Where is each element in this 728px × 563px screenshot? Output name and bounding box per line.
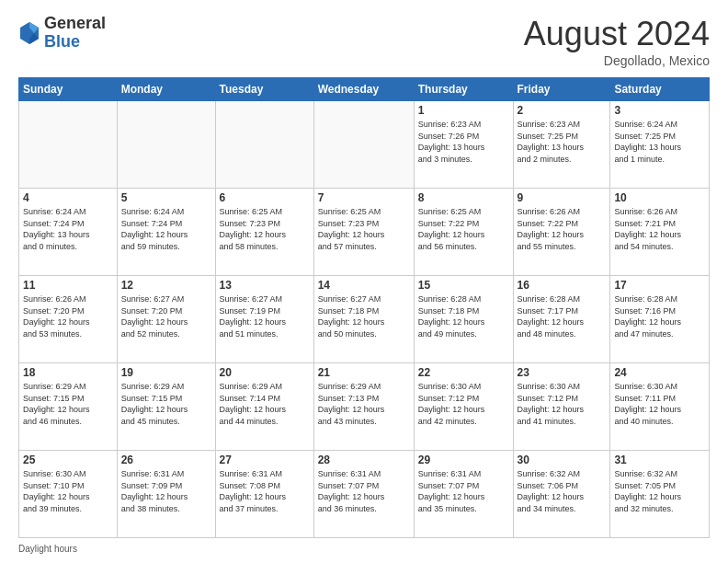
calendar-cell-w1-d7: 3Sunrise: 6:24 AM Sunset: 7:25 PM Daylig… [610, 101, 710, 189]
day-info: Sunrise: 6:26 AM Sunset: 7:20 PM Dayligh… [23, 293, 113, 339]
logo-icon [18, 20, 40, 46]
day-info: Sunrise: 6:23 AM Sunset: 7:25 PM Dayligh… [518, 119, 607, 165]
day-number: 18 [23, 366, 113, 379]
calendar-cell-w3-d5: 15Sunrise: 6:28 AM Sunset: 7:18 PM Dayli… [414, 276, 513, 363]
day-info: Sunrise: 6:27 AM Sunset: 7:19 PM Dayligh… [220, 293, 310, 339]
day-info: Sunrise: 6:29 AM Sunset: 7:15 PM Dayligh… [121, 381, 211, 427]
day-number: 11 [23, 279, 113, 292]
col-tuesday: Tuesday [215, 78, 313, 101]
calendar-cell-w3-d4: 14Sunrise: 6:27 AM Sunset: 7:18 PM Dayli… [313, 276, 414, 363]
header: General Blue August 2024 Degollado, Mexi… [18, 15, 710, 68]
calendar-cell-w5-d3: 27Sunrise: 6:31 AM Sunset: 7:08 PM Dayli… [215, 451, 313, 538]
day-info: Sunrise: 6:30 AM Sunset: 7:12 PM Dayligh… [518, 381, 607, 427]
day-number: 30 [518, 454, 607, 466]
calendar-cell-w5-d5: 29Sunrise: 6:31 AM Sunset: 7:07 PM Dayli… [414, 451, 513, 538]
day-info: Sunrise: 6:30 AM Sunset: 7:10 PM Dayligh… [23, 468, 113, 514]
daylight-hours-label: Daylight hours [18, 544, 77, 554]
week-row-1: 1Sunrise: 6:23 AM Sunset: 7:26 PM Daylig… [19, 101, 710, 189]
col-sunday: Sunday [19, 78, 118, 101]
day-info: Sunrise: 6:25 AM Sunset: 7:23 PM Dayligh… [220, 206, 310, 252]
col-monday: Monday [117, 78, 215, 101]
calendar-cell-w3-d2: 12Sunrise: 6:27 AM Sunset: 7:20 PM Dayli… [117, 276, 215, 363]
day-info: Sunrise: 6:31 AM Sunset: 7:07 PM Dayligh… [318, 468, 410, 514]
calendar-cell-w3-d7: 17Sunrise: 6:28 AM Sunset: 7:16 PM Dayli… [610, 276, 710, 363]
day-number: 1 [418, 104, 509, 117]
day-number: 31 [614, 454, 705, 466]
day-number: 3 [614, 104, 705, 117]
day-info: Sunrise: 6:25 AM Sunset: 7:23 PM Dayligh… [318, 206, 410, 252]
day-info: Sunrise: 6:29 AM Sunset: 7:13 PM Dayligh… [318, 381, 410, 427]
day-info: Sunrise: 6:28 AM Sunset: 7:16 PM Dayligh… [614, 293, 705, 339]
day-number: 23 [518, 366, 607, 379]
col-saturday: Saturday [610, 78, 710, 101]
calendar-cell-w1-d6: 2Sunrise: 6:23 AM Sunset: 7:25 PM Daylig… [513, 101, 610, 189]
day-number: 14 [318, 279, 410, 292]
day-number: 6 [220, 191, 310, 204]
logo-blue: Blue [44, 33, 106, 52]
day-info: Sunrise: 6:32 AM Sunset: 7:06 PM Dayligh… [518, 468, 607, 514]
calendar-cell-w1-d2 [117, 101, 215, 189]
week-row-2: 4Sunrise: 6:24 AM Sunset: 7:24 PM Daylig… [19, 189, 710, 276]
day-info: Sunrise: 6:31 AM Sunset: 7:09 PM Dayligh… [121, 468, 211, 514]
calendar-cell-w5-d6: 30Sunrise: 6:32 AM Sunset: 7:06 PM Dayli… [513, 451, 610, 538]
week-row-5: 25Sunrise: 6:30 AM Sunset: 7:10 PM Dayli… [19, 451, 710, 538]
day-info: Sunrise: 6:32 AM Sunset: 7:05 PM Dayligh… [614, 468, 705, 514]
col-thursday: Thursday [414, 78, 513, 101]
day-number: 8 [418, 191, 509, 204]
day-number: 22 [418, 366, 509, 379]
calendar-table: Sunday Monday Tuesday Wednesday Thursday… [18, 77, 710, 538]
calendar-cell-w3-d6: 16Sunrise: 6:28 AM Sunset: 7:17 PM Dayli… [513, 276, 610, 363]
week-row-4: 18Sunrise: 6:29 AM Sunset: 7:15 PM Dayli… [19, 363, 710, 451]
day-info: Sunrise: 6:29 AM Sunset: 7:14 PM Dayligh… [220, 381, 310, 427]
calendar-cell-w2-d1: 4Sunrise: 6:24 AM Sunset: 7:24 PM Daylig… [19, 189, 118, 276]
day-info: Sunrise: 6:28 AM Sunset: 7:18 PM Dayligh… [418, 293, 509, 339]
calendar-cell-w2-d5: 8Sunrise: 6:25 AM Sunset: 7:22 PM Daylig… [414, 189, 513, 276]
day-number: 24 [614, 366, 705, 379]
calendar-cell-w1-d1 [19, 101, 118, 189]
day-info: Sunrise: 6:29 AM Sunset: 7:15 PM Dayligh… [23, 381, 113, 427]
calendar-cell-w5-d7: 31Sunrise: 6:32 AM Sunset: 7:05 PM Dayli… [610, 451, 710, 538]
day-info: Sunrise: 6:26 AM Sunset: 7:22 PM Dayligh… [518, 206, 607, 252]
day-number: 7 [318, 191, 410, 204]
calendar-cell-w1-d3 [215, 101, 313, 189]
calendar-cell-w2-d6: 9Sunrise: 6:26 AM Sunset: 7:22 PM Daylig… [513, 189, 610, 276]
calendar-cell-w4-d6: 23Sunrise: 6:30 AM Sunset: 7:12 PM Dayli… [513, 363, 610, 451]
calendar-cell-w1-d4 [313, 101, 414, 189]
day-number: 27 [220, 454, 310, 466]
header-row: Sunday Monday Tuesday Wednesday Thursday… [19, 78, 710, 101]
day-info: Sunrise: 6:28 AM Sunset: 7:17 PM Dayligh… [518, 293, 607, 339]
day-number: 13 [220, 279, 310, 292]
day-number: 5 [121, 191, 211, 204]
day-number: 25 [23, 454, 113, 466]
day-number: 9 [518, 191, 607, 204]
logo-general: General [44, 15, 106, 33]
day-number: 21 [318, 366, 410, 379]
calendar-cell-w5-d4: 28Sunrise: 6:31 AM Sunset: 7:07 PM Dayli… [313, 451, 414, 538]
logo-text: General Blue [44, 15, 106, 52]
logo: General Blue [18, 15, 106, 52]
calendar-cell-w3-d3: 13Sunrise: 6:27 AM Sunset: 7:19 PM Dayli… [215, 276, 313, 363]
week-row-3: 11Sunrise: 6:26 AM Sunset: 7:20 PM Dayli… [19, 276, 710, 363]
calendar-cell-w5-d1: 25Sunrise: 6:30 AM Sunset: 7:10 PM Dayli… [19, 451, 118, 538]
day-info: Sunrise: 6:24 AM Sunset: 7:24 PM Dayligh… [23, 206, 113, 252]
calendar-cell-w2-d2: 5Sunrise: 6:24 AM Sunset: 7:24 PM Daylig… [117, 189, 215, 276]
calendar-cell-w2-d3: 6Sunrise: 6:25 AM Sunset: 7:23 PM Daylig… [215, 189, 313, 276]
day-number: 29 [418, 454, 509, 466]
calendar-cell-w4-d3: 20Sunrise: 6:29 AM Sunset: 7:14 PM Dayli… [215, 363, 313, 451]
day-info: Sunrise: 6:25 AM Sunset: 7:22 PM Dayligh… [418, 206, 509, 252]
day-info: Sunrise: 6:30 AM Sunset: 7:11 PM Dayligh… [614, 381, 705, 427]
day-info: Sunrise: 6:27 AM Sunset: 7:20 PM Dayligh… [121, 293, 211, 339]
day-number: 12 [121, 279, 211, 292]
footer: Daylight hours [18, 544, 710, 554]
page: General Blue August 2024 Degollado, Mexi… [0, 0, 728, 563]
day-info: Sunrise: 6:23 AM Sunset: 7:26 PM Dayligh… [418, 119, 509, 165]
day-number: 20 [220, 366, 310, 379]
col-friday: Friday [513, 78, 610, 101]
month-year: August 2024 [524, 15, 710, 53]
day-info: Sunrise: 6:26 AM Sunset: 7:21 PM Dayligh… [614, 206, 705, 252]
day-info: Sunrise: 6:31 AM Sunset: 7:08 PM Dayligh… [220, 468, 310, 514]
day-info: Sunrise: 6:31 AM Sunset: 7:07 PM Dayligh… [418, 468, 509, 514]
day-info: Sunrise: 6:24 AM Sunset: 7:25 PM Dayligh… [614, 119, 705, 165]
calendar-cell-w4-d4: 21Sunrise: 6:29 AM Sunset: 7:13 PM Dayli… [313, 363, 414, 451]
calendar-cell-w3-d1: 11Sunrise: 6:26 AM Sunset: 7:20 PM Dayli… [19, 276, 118, 363]
